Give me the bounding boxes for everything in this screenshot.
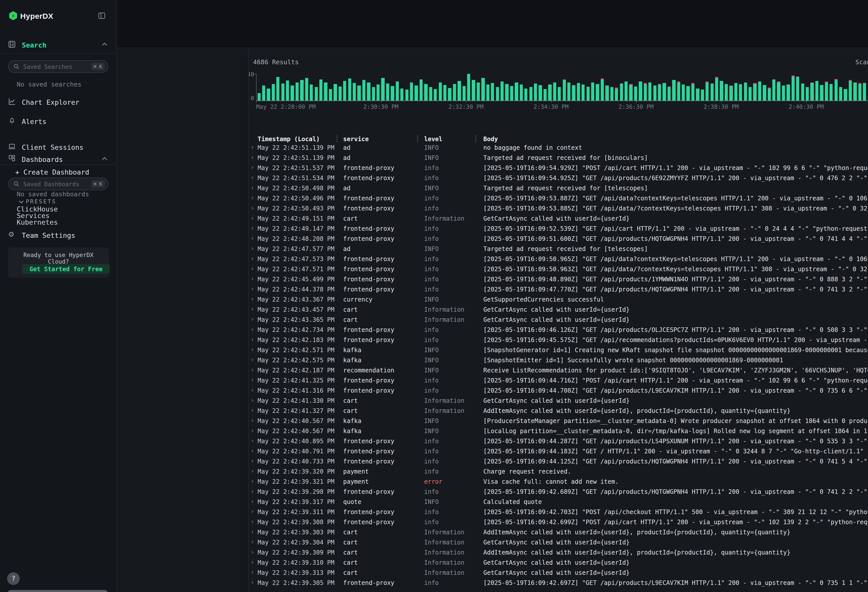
row-expand-chevron-icon[interactable]: › <box>251 336 254 343</box>
row-expand-chevron-icon[interactable]: › <box>251 538 254 545</box>
column-header-service[interactable]: service <box>343 136 369 143</box>
row-expand-chevron-icon[interactable]: › <box>251 235 254 242</box>
table-row[interactable]: ›May 22 2:42:39.309 PMcartInformationAdd… <box>249 548 868 558</box>
row-expand-chevron-icon[interactable]: › <box>251 143 254 151</box>
table-row[interactable]: ›May 22 2:42:39.317 PMquoteINFOCalculate… <box>249 497 868 507</box>
row-expand-chevron-icon[interactable]: › <box>251 245 254 252</box>
table-row[interactable]: ›May 22 2:42:39.305 PMfrontend-proxyinfo… <box>249 578 868 588</box>
table-row[interactable]: ›May 22 2:42:39.303 PMcartInformationAdd… <box>249 527 868 537</box>
presets-section-label[interactable]: PRESETS <box>26 198 56 205</box>
table-row[interactable]: ›May 22 2:42:39.320 PMpaymentinfoCharge … <box>249 467 868 477</box>
row-expand-chevron-icon[interactable]: › <box>251 285 254 292</box>
sidebar-item-team-settings[interactable]: Team Settings <box>22 231 75 239</box>
table-row[interactable]: ›May 22 2:42:39.304 PMcartInformationGet… <box>249 537 868 548</box>
table-row[interactable]: ›May 22 2:42:41.327 PMcartInformationAdd… <box>249 406 868 416</box>
row-expand-chevron-icon[interactable]: › <box>251 447 254 454</box>
dashboards-section-chevron-up-icon[interactable] <box>102 157 107 160</box>
row-expand-chevron-icon[interactable]: › <box>251 467 254 474</box>
row-expand-chevron-icon[interactable]: › <box>251 427 254 434</box>
row-expand-chevron-icon[interactable]: › <box>251 376 254 383</box>
table-row[interactable]: ›May 22 2:42:42.183 PMfrontend-proxyinfo… <box>249 335 868 345</box>
row-expand-chevron-icon[interactable]: › <box>251 386 254 393</box>
row-expand-chevron-icon[interactable]: › <box>251 356 254 363</box>
row-expand-chevron-icon[interactable]: › <box>251 326 254 333</box>
table-row[interactable]: ›May 22 2:42:51.139 PMadINFOTargeted ad … <box>249 153 868 163</box>
help-button[interactable]: ? <box>7 572 20 585</box>
sidebar-item-dashboards[interactable]: Dashboards <box>22 155 63 163</box>
row-expand-chevron-icon[interactable]: › <box>251 396 254 403</box>
table-row[interactable]: ›May 22 2:42:50.496 PMfrontend-proxyinfo… <box>249 193 868 204</box>
row-expand-chevron-icon[interactable]: › <box>251 306 254 313</box>
column-header-level[interactable]: level <box>424 136 442 143</box>
table-row[interactable]: ›May 22 2:42:45.499 PMfrontend-proxyinfo… <box>249 274 868 284</box>
table-row[interactable]: ›May 22 2:42:39.298 PMfrontend-proxyinfo… <box>249 487 868 497</box>
table-row[interactable]: ›May 22 2:42:39.311 PMfrontend-proxyinfo… <box>249 507 868 517</box>
results-histogram[interactable] <box>256 74 868 100</box>
row-expand-chevron-icon[interactable]: › <box>251 164 254 171</box>
row-expand-chevron-icon[interactable]: › <box>251 316 254 323</box>
table-row[interactable]: ›May 22 2:42:40.733 PMfrontend-proxyinfo… <box>249 456 868 467</box>
table-row[interactable]: ›May 22 2:42:44.378 PMfrontend-proxyinfo… <box>249 284 868 294</box>
table-row[interactable]: ›May 22 2:42:49.147 PMfrontend-proxyinfo… <box>249 224 868 234</box>
row-expand-chevron-icon[interactable]: › <box>251 528 254 535</box>
table-row[interactable]: ›May 22 2:42:40.567 PMkafkaINFO[LocalLog… <box>249 426 868 436</box>
table-row[interactable]: ›May 22 2:42:40.791 PMfrontend-proxyinfo… <box>249 446 868 456</box>
row-expand-chevron-icon[interactable]: › <box>251 154 254 161</box>
table-row[interactable]: ›May 22 2:42:50.498 PMadINFOTargeted ad … <box>249 183 868 193</box>
table-row[interactable]: ›May 22 2:42:51.534 PMfrontend-proxyinfo… <box>249 173 868 183</box>
row-expand-chevron-icon[interactable]: › <box>251 265 254 272</box>
table-row[interactable]: ›May 22 2:42:48.208 PMfrontend-proxyinfo… <box>249 234 868 244</box>
table-row[interactable]: ›May 22 2:42:42.571 PMkafkaINFO[Snapshot… <box>249 345 868 355</box>
sidebar-preset-kubernetes[interactable]: Kubernetes <box>17 218 58 226</box>
table-row[interactable]: ›May 22 2:42:47.571 PMfrontend-proxyinfo… <box>249 264 868 274</box>
row-expand-chevron-icon[interactable]: › <box>251 558 254 565</box>
row-expand-chevron-icon[interactable]: › <box>251 518 254 525</box>
presets-chevron-down-icon[interactable] <box>19 200 24 204</box>
row-expand-chevron-icon[interactable]: › <box>251 407 254 413</box>
row-expand-chevron-icon[interactable]: › <box>251 214 254 221</box>
hyperdx-logo-icon[interactable]: ⚡ <box>9 11 18 20</box>
row-expand-chevron-icon[interactable]: › <box>251 295 254 302</box>
create-dashboard-button[interactable]: + Create Dashboard <box>15 168 89 176</box>
table-row[interactable]: ›May 22 2:42:41.316 PMfrontend-proxyinfo… <box>249 385 868 396</box>
row-expand-chevron-icon[interactable]: › <box>251 275 254 282</box>
table-row[interactable]: ›May 22 2:42:43.365 PMcartInformationGet… <box>249 315 868 325</box>
column-resize-handle[interactable] <box>417 136 418 142</box>
table-row[interactable]: ›May 22 2:42:40.895 PMfrontend-proxyinfo… <box>249 436 868 446</box>
column-resize-handle[interactable] <box>337 136 338 142</box>
row-expand-chevron-icon[interactable]: › <box>251 579 254 586</box>
get-started-button[interactable]: Get Started for Free <box>22 264 110 274</box>
table-row[interactable]: ›May 22 2:42:39.313 PMcartInformationGet… <box>249 568 868 578</box>
row-expand-chevron-icon[interactable]: › <box>251 548 254 555</box>
sidebar-item-client-sessions[interactable]: Client Sessions <box>22 143 84 151</box>
row-expand-chevron-icon[interactable]: › <box>251 174 254 181</box>
row-expand-chevron-icon[interactable]: › <box>251 366 254 373</box>
sidebar-item-search[interactable]: Search <box>22 41 47 49</box>
chat-widget-partial[interactable] <box>7 590 108 592</box>
row-expand-chevron-icon[interactable]: › <box>251 224 254 232</box>
column-header-timestamp[interactable]: Timestamp (Local) <box>258 136 320 143</box>
saved-searches-search[interactable]: ⌘ K <box>8 60 108 73</box>
saved-searches-input[interactable] <box>22 62 91 71</box>
table-row[interactable]: ›May 22 2:42:51.537 PMfrontend-proxyinfo… <box>249 163 868 173</box>
table-row[interactable]: ›May 22 2:42:39.308 PMfrontend-proxyinfo… <box>249 517 868 527</box>
table-row[interactable]: ›May 22 2:42:42.734 PMfrontend-proxyinfo… <box>249 325 868 335</box>
table-row[interactable]: ›May 22 2:42:41.330 PMcartInformationGet… <box>249 396 868 406</box>
search-section-chevron-up-icon[interactable] <box>102 43 107 46</box>
row-expand-chevron-icon[interactable]: › <box>251 508 254 515</box>
row-expand-chevron-icon[interactable]: › <box>251 477 254 484</box>
table-row[interactable]: ›May 22 2:42:49.151 PMcartInformationGet… <box>249 214 868 224</box>
saved-dashboards-input[interactable] <box>22 180 91 188</box>
row-expand-chevron-icon[interactable]: › <box>251 255 254 262</box>
saved-dashboards-search[interactable]: ⌘ K <box>8 178 108 190</box>
table-row[interactable]: ›May 22 2:42:47.577 PMadINFOTargeted ad … <box>249 244 868 254</box>
row-expand-chevron-icon[interactable]: › <box>251 498 254 505</box>
sidebar-item-alerts[interactable]: Alerts <box>22 117 47 125</box>
sidebar-item-chart-explorer[interactable]: Chart Explorer <box>22 98 80 106</box>
table-row[interactable]: ›May 22 2:42:40.567 PMkafkaINFO[Producer… <box>249 416 868 426</box>
table-row[interactable]: ›May 22 2:42:47.573 PMfrontend-proxyinfo… <box>249 254 868 264</box>
sidebar-collapse-icon[interactable] <box>98 12 105 19</box>
table-row[interactable]: ›May 22 2:42:50.493 PMfrontend-proxyinfo… <box>249 204 868 214</box>
table-row[interactable]: ›May 22 2:42:42.575 PMkafkaINFO[Snapshot… <box>249 355 868 365</box>
table-row[interactable]: ›May 22 2:42:43.367 PMcurrencyINFOGetSup… <box>249 294 868 305</box>
